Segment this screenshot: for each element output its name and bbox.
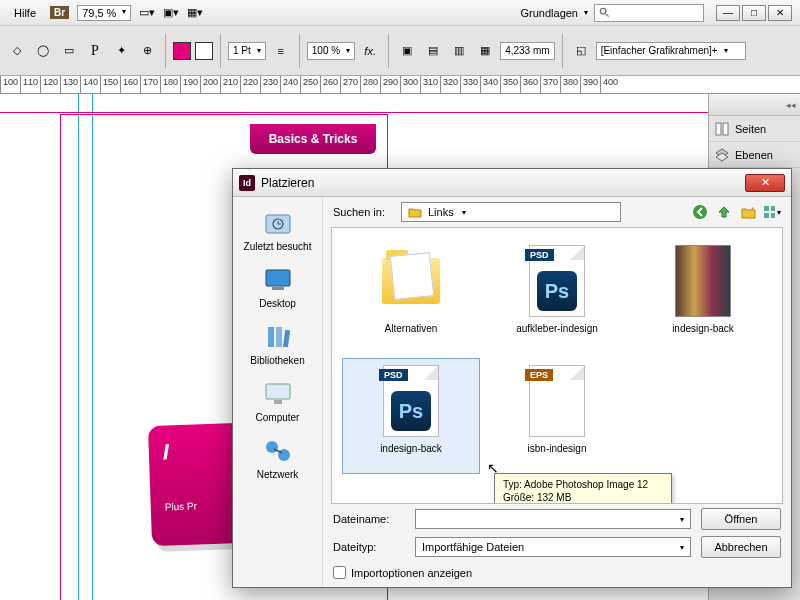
help-menu[interactable]: Hilfe	[8, 5, 42, 21]
maximize-button[interactable]: □	[742, 5, 766, 21]
ruler-tick: 320	[440, 76, 460, 93]
svg-point-18	[693, 205, 707, 219]
opacity-select[interactable]: 100 %	[307, 42, 355, 60]
file-thumb: PSDPs	[377, 363, 445, 439]
ruler-tick: 140	[80, 76, 100, 93]
close-button[interactable]: ✕	[768, 5, 792, 21]
pages-icon	[715, 122, 729, 136]
tool-icon[interactable]: ◯	[32, 40, 54, 62]
cursor-icon: ↖	[487, 460, 499, 476]
cancel-button[interactable]: Abbrechen	[701, 536, 781, 558]
minimize-button[interactable]: —	[716, 5, 740, 21]
char-format-icon[interactable]: P	[84, 40, 106, 62]
file-item[interactable]: Alternativen	[342, 238, 480, 354]
guide[interactable]	[0, 112, 708, 113]
corner-icon[interactable]: ◱	[570, 40, 592, 62]
ruler-tick: 310	[420, 76, 440, 93]
back-button[interactable]	[691, 203, 709, 221]
ruler-tick: 200	[200, 76, 220, 93]
object-style-select[interactable]: [Einfacher Grafikrahmen]+	[596, 42, 746, 60]
zoom-select[interactable]: 79,5 %	[77, 5, 131, 21]
svg-rect-23	[771, 213, 775, 218]
search-field[interactable]	[594, 4, 704, 22]
ruler-tick: 270	[340, 76, 360, 93]
place-computer[interactable]: Computer	[233, 372, 322, 429]
svg-point-0	[600, 8, 606, 14]
size-field[interactable]: 4,233 mm	[500, 42, 554, 60]
filename-combo[interactable]	[415, 509, 691, 529]
tool-icon[interactable]: ◇	[6, 40, 28, 62]
file-item[interactable]: EPSisbn-indesign	[488, 358, 626, 474]
wrap-icon[interactable]: ▤	[422, 40, 444, 62]
libraries-icon	[262, 321, 294, 353]
checkbox-input[interactable]	[333, 566, 346, 579]
fill-swatch[interactable]	[173, 42, 191, 60]
view-mode-icon[interactable]: ▭▾	[139, 5, 155, 21]
place-desktop[interactable]: Desktop	[233, 258, 322, 315]
wrap-icon[interactable]: ▥	[448, 40, 470, 62]
indesign-icon: Id	[239, 175, 255, 191]
screen-mode-icon[interactable]: ▣▾	[163, 5, 179, 21]
file-list[interactable]: AlternativenPSDPsaufkleber-indesignindes…	[331, 227, 783, 504]
tool-icon[interactable]: ⊕	[136, 40, 158, 62]
svg-line-1	[606, 14, 609, 17]
computer-icon	[262, 378, 294, 410]
tool-icon[interactable]: ✦	[110, 40, 132, 62]
panel-collapse[interactable]: ◂◂	[709, 94, 800, 116]
folder-icon	[408, 206, 422, 218]
bridge-button[interactable]: Br	[50, 6, 69, 19]
wrap-icon[interactable]: ▦	[474, 40, 496, 62]
file-item[interactable]: PSDPsindesign-back	[342, 358, 480, 474]
dialog-titlebar[interactable]: Id Platzieren ✕	[233, 169, 791, 197]
new-folder-button[interactable]: *	[739, 203, 757, 221]
panel-layers[interactable]: Ebenen	[709, 142, 800, 168]
tool-icon[interactable]: ▭	[58, 40, 80, 62]
ruler-tick: 170	[140, 76, 160, 93]
file-item[interactable]: PSDPsaufkleber-indesign	[488, 238, 626, 354]
ruler-tick: 330	[460, 76, 480, 93]
desktop-icon	[262, 264, 294, 296]
file-label: aufkleber-indesign	[516, 323, 598, 334]
divider	[388, 34, 389, 68]
divider	[299, 34, 300, 68]
ruler-tick: 260	[320, 76, 340, 93]
import-options-label: Importoptionen anzeigen	[351, 567, 472, 579]
svg-point-15	[266, 441, 278, 453]
workspace-switcher[interactable]: Grundlagen	[521, 7, 579, 19]
stroke-weight[interactable]: 1 Pt	[228, 42, 266, 60]
svg-rect-14	[274, 400, 282, 404]
filename-label: Dateiname:	[333, 513, 405, 525]
banner-heading: Basics & Tricks	[250, 124, 376, 154]
layers-icon	[715, 148, 729, 162]
folder-combo[interactable]: Links	[401, 202, 621, 222]
dialog-close-button[interactable]: ✕	[745, 174, 785, 192]
wrap-icon[interactable]: ▣	[396, 40, 418, 62]
file-item[interactable]: indesign-back	[634, 238, 772, 354]
search-in-label: Suchen in:	[333, 206, 393, 218]
import-options-checkbox[interactable]: Importoptionen anzeigen	[333, 566, 781, 579]
divider	[562, 34, 563, 68]
ruler-tick: 180	[160, 76, 180, 93]
stroke-swatch[interactable]	[195, 42, 213, 60]
file-thumb: EPS	[523, 363, 591, 439]
effects-icon[interactable]: fx.	[359, 40, 381, 62]
svg-rect-2	[716, 123, 721, 135]
place-network[interactable]: Netzwerk	[233, 429, 322, 486]
open-button[interactable]: Öffnen	[701, 508, 781, 530]
panel-pages[interactable]: Seiten	[709, 116, 800, 142]
view-menu-button[interactable]	[763, 203, 781, 221]
place-libraries[interactable]: Bibliotheken	[233, 315, 322, 372]
file-thumb	[377, 243, 445, 319]
filetype-combo[interactable]: Importfähige Dateien	[415, 537, 691, 557]
stroke-style-icon[interactable]: ≡	[270, 40, 292, 62]
file-label: indesign-back	[672, 323, 734, 334]
control-bar: ◇ ◯ ▭ P ✦ ⊕ 1 Pt ≡ 100 % fx. ▣ ▤ ▥ ▦ 4,2…	[0, 26, 800, 76]
ruler-tick: 280	[360, 76, 380, 93]
place-recent[interactable]: Zuletzt besucht	[233, 201, 322, 258]
file-label: isbn-indesign	[528, 443, 587, 454]
up-button[interactable]	[715, 203, 733, 221]
ruler-tick: 100	[0, 76, 20, 93]
svg-rect-3	[723, 123, 728, 135]
arrange-icon[interactable]: ▦▾	[187, 5, 203, 21]
svg-rect-11	[276, 327, 282, 347]
